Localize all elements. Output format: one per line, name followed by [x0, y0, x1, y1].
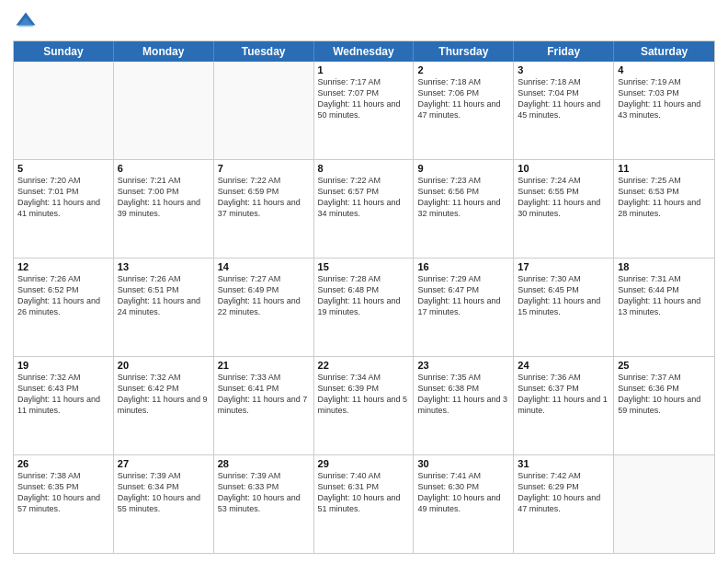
day-number: 18: [618, 261, 711, 272]
cell-info: Sunrise: 7:26 AMSunset: 6:52 PMDaylight:…: [17, 273, 109, 318]
cell-info: Sunrise: 7:32 AMSunset: 6:42 PMDaylight:…: [118, 372, 210, 417]
cell-info: Sunrise: 7:41 AMSunset: 6:30 PMDaylight:…: [417, 470, 509, 515]
calendar-cell: 3Sunrise: 7:18 AMSunset: 7:04 PMDaylight…: [514, 62, 614, 159]
header: [13, 9, 715, 35]
logo: [13, 9, 42, 35]
calendar-cell: 14Sunrise: 7:27 AMSunset: 6:49 PMDayligh…: [214, 259, 314, 356]
day-number: 23: [417, 360, 509, 371]
calendar-cell: [14, 62, 114, 159]
calendar-cell: 5Sunrise: 7:20 AMSunset: 7:01 PMDaylight…: [14, 160, 114, 258]
cell-info: Sunrise: 7:31 AMSunset: 6:44 PMDaylight:…: [618, 273, 711, 318]
day-number: 19: [17, 360, 109, 371]
calendar-cell: 8Sunrise: 7:22 AMSunset: 6:57 PMDaylight…: [314, 160, 415, 258]
day-number: 24: [518, 360, 609, 371]
day-number: 15: [318, 261, 410, 272]
calendar-cell: 9Sunrise: 7:23 AMSunset: 6:56 PMDaylight…: [414, 160, 514, 258]
cell-info: Sunrise: 7:21 AMSunset: 7:00 PMDaylight:…: [118, 175, 210, 220]
calendar-cell: 17Sunrise: 7:30 AMSunset: 6:45 PMDayligh…: [514, 259, 614, 356]
cell-info: Sunrise: 7:22 AMSunset: 6:59 PMDaylight:…: [218, 175, 310, 220]
day-number: 2: [417, 64, 509, 75]
calendar-cell: [614, 455, 714, 553]
day-number: 6: [118, 163, 210, 174]
day-number: 13: [118, 261, 210, 272]
cell-info: Sunrise: 7:38 AMSunset: 6:35 PMDaylight:…: [17, 470, 109, 515]
cell-info: Sunrise: 7:25 AMSunset: 6:53 PMDaylight:…: [618, 175, 711, 220]
day-number: 25: [618, 360, 711, 371]
calendar-cell: 25Sunrise: 7:37 AMSunset: 6:36 PMDayligh…: [614, 357, 714, 454]
cell-info: Sunrise: 7:42 AMSunset: 6:29 PMDaylight:…: [518, 470, 609, 515]
calendar-cell: 26Sunrise: 7:38 AMSunset: 6:35 PMDayligh…: [14, 455, 114, 553]
cell-info: Sunrise: 7:24 AMSunset: 6:55 PMDaylight:…: [518, 175, 609, 220]
cell-info: Sunrise: 7:27 AMSunset: 6:49 PMDaylight:…: [218, 273, 310, 318]
day-number: 3: [518, 64, 609, 75]
calendar-row-4: 26Sunrise: 7:38 AMSunset: 6:35 PMDayligh…: [14, 454, 714, 553]
calendar-cell: 31Sunrise: 7:42 AMSunset: 6:29 PMDayligh…: [514, 455, 614, 553]
header-cell-monday: Monday: [114, 41, 214, 62]
day-number: 17: [518, 261, 609, 272]
day-number: 31: [518, 458, 609, 469]
cell-info: Sunrise: 7:20 AMSunset: 7:01 PMDaylight:…: [17, 175, 109, 220]
calendar: SundayMondayTuesdayWednesdayThursdayFrid…: [13, 40, 715, 554]
day-number: 9: [417, 163, 509, 174]
cell-info: Sunrise: 7:36 AMSunset: 6:37 PMDaylight:…: [518, 372, 609, 417]
day-number: 11: [618, 163, 711, 174]
calendar-cell: [114, 62, 214, 159]
cell-info: Sunrise: 7:33 AMSunset: 6:41 PMDaylight:…: [218, 372, 310, 417]
calendar-cell: 24Sunrise: 7:36 AMSunset: 6:37 PMDayligh…: [514, 357, 614, 454]
calendar-cell: 7Sunrise: 7:22 AMSunset: 6:59 PMDaylight…: [214, 160, 314, 258]
day-number: 8: [318, 163, 410, 174]
cell-info: Sunrise: 7:35 AMSunset: 6:38 PMDaylight:…: [417, 372, 509, 417]
cell-info: Sunrise: 7:40 AMSunset: 6:31 PMDaylight:…: [318, 470, 410, 515]
day-number: 22: [318, 360, 410, 371]
calendar-cell: 27Sunrise: 7:39 AMSunset: 6:34 PMDayligh…: [114, 455, 214, 553]
calendar-cell: 29Sunrise: 7:40 AMSunset: 6:31 PMDayligh…: [314, 455, 415, 553]
calendar-cell: 11Sunrise: 7:25 AMSunset: 6:53 PMDayligh…: [614, 160, 714, 258]
day-number: 4: [618, 64, 711, 75]
calendar-cell: 15Sunrise: 7:28 AMSunset: 6:48 PMDayligh…: [314, 259, 415, 356]
header-cell-tuesday: Tuesday: [214, 41, 314, 62]
calendar-cell: 4Sunrise: 7:19 AMSunset: 7:03 PMDaylight…: [614, 62, 714, 159]
calendar-row-0: 1Sunrise: 7:17 AMSunset: 7:07 PMDaylight…: [14, 62, 714, 159]
day-number: 30: [417, 458, 509, 469]
calendar-cell: 2Sunrise: 7:18 AMSunset: 7:06 PMDaylight…: [414, 62, 514, 159]
page: SundayMondayTuesdayWednesdayThursdayFrid…: [0, 0, 728, 563]
calendar-cell: 1Sunrise: 7:17 AMSunset: 7:07 PMDaylight…: [314, 62, 415, 159]
calendar-cell: 10Sunrise: 7:24 AMSunset: 6:55 PMDayligh…: [514, 160, 614, 258]
cell-info: Sunrise: 7:34 AMSunset: 6:39 PMDaylight:…: [318, 372, 410, 417]
cell-info: Sunrise: 7:28 AMSunset: 6:48 PMDaylight:…: [318, 273, 410, 318]
header-cell-sunday: Sunday: [14, 41, 114, 62]
day-number: 12: [17, 261, 109, 272]
calendar-cell: 28Sunrise: 7:39 AMSunset: 6:33 PMDayligh…: [214, 455, 314, 553]
calendar-row-1: 5Sunrise: 7:20 AMSunset: 7:01 PMDaylight…: [14, 159, 714, 258]
calendar-cell: 30Sunrise: 7:41 AMSunset: 6:30 PMDayligh…: [414, 455, 514, 553]
header-cell-friday: Friday: [514, 41, 614, 62]
cell-info: Sunrise: 7:17 AMSunset: 7:07 PMDaylight:…: [318, 76, 410, 121]
cell-info: Sunrise: 7:30 AMSunset: 6:45 PMDaylight:…: [518, 273, 609, 318]
calendar-header-row: SundayMondayTuesdayWednesdayThursdayFrid…: [14, 41, 714, 62]
calendar-cell: [214, 62, 314, 159]
logo-icon: [13, 9, 39, 35]
day-number: 7: [218, 163, 310, 174]
cell-info: Sunrise: 7:18 AMSunset: 7:04 PMDaylight:…: [518, 76, 609, 121]
cell-info: Sunrise: 7:26 AMSunset: 6:51 PMDaylight:…: [118, 273, 210, 318]
calendar-cell: 20Sunrise: 7:32 AMSunset: 6:42 PMDayligh…: [114, 357, 214, 454]
day-number: 21: [218, 360, 310, 371]
day-number: 27: [118, 458, 210, 469]
calendar-row-2: 12Sunrise: 7:26 AMSunset: 6:52 PMDayligh…: [14, 258, 714, 356]
calendar-cell: 13Sunrise: 7:26 AMSunset: 6:51 PMDayligh…: [114, 259, 214, 356]
calendar-row-3: 19Sunrise: 7:32 AMSunset: 6:43 PMDayligh…: [14, 356, 714, 454]
cell-info: Sunrise: 7:19 AMSunset: 7:03 PMDaylight:…: [618, 76, 711, 121]
cell-info: Sunrise: 7:37 AMSunset: 6:36 PMDaylight:…: [618, 372, 711, 417]
day-number: 26: [17, 458, 109, 469]
day-number: 14: [218, 261, 310, 272]
day-number: 29: [318, 458, 410, 469]
day-number: 28: [218, 458, 310, 469]
header-cell-thursday: Thursday: [414, 41, 514, 62]
cell-info: Sunrise: 7:23 AMSunset: 6:56 PMDaylight:…: [417, 175, 509, 220]
header-cell-wednesday: Wednesday: [314, 41, 415, 62]
calendar-body: 1Sunrise: 7:17 AMSunset: 7:07 PMDaylight…: [14, 62, 714, 553]
cell-info: Sunrise: 7:39 AMSunset: 6:33 PMDaylight:…: [218, 470, 310, 515]
cell-info: Sunrise: 7:29 AMSunset: 6:47 PMDaylight:…: [417, 273, 509, 318]
cell-info: Sunrise: 7:18 AMSunset: 7:06 PMDaylight:…: [417, 76, 509, 121]
calendar-cell: 22Sunrise: 7:34 AMSunset: 6:39 PMDayligh…: [314, 357, 415, 454]
